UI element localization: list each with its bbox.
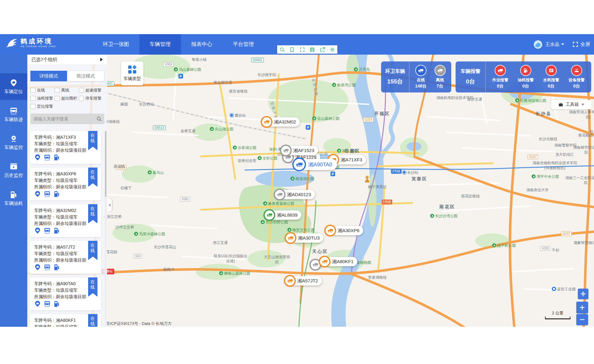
alarm-label: 车辆报警 bbox=[461, 68, 480, 75]
sidebar-item-vehicle-monitor[interactable]: 车辆监控 bbox=[0, 129, 27, 156]
vehicle-card[interactable]: 在线 车牌号码：湘A30XP6 车辆类型：垃圾压缩车 所属组织：厨余垃圾项目部 bbox=[30, 168, 101, 200]
fullscreen-button[interactable]: 全屏 bbox=[572, 41, 590, 48]
road-badge: G107 bbox=[561, 231, 572, 236]
map-label: 莲花镇 bbox=[106, 249, 117, 255]
vehicle-marker[interactable]: 湘AD40123 bbox=[275, 190, 315, 199]
menu-item-vehicle-management[interactable]: 车辆管理 bbox=[139, 34, 181, 55]
settings-gear-icon[interactable] bbox=[328, 45, 338, 54]
locate-vehicle-icon[interactable] bbox=[34, 300, 41, 307]
park-icon bbox=[148, 170, 152, 174]
fuel-vehicle-icon[interactable] bbox=[53, 227, 60, 234]
checkbox-icon[interactable] bbox=[55, 96, 60, 101]
fuel-vehicle-icon[interactable] bbox=[53, 300, 60, 307]
online-truck-icon bbox=[415, 65, 426, 76]
org-selector[interactable]: 已选7个组织 bbox=[27, 55, 107, 65]
track-vehicle-icon[interactable] bbox=[44, 300, 51, 307]
webcam-icon bbox=[10, 135, 18, 143]
toolbox-label: 工具箱 bbox=[566, 102, 579, 107]
park-icon bbox=[261, 220, 265, 224]
filter-parking-alarm[interactable]: 停车报警 bbox=[79, 96, 101, 101]
fuel-vehicle-icon[interactable] bbox=[53, 264, 60, 271]
checkbox-icon[interactable] bbox=[79, 96, 84, 101]
search-input[interactable] bbox=[30, 116, 96, 122]
filter-location-alarm[interactable]: 定位报警 bbox=[30, 104, 53, 109]
sidebar-item-vehicle-track[interactable]: 车辆轨迹 bbox=[0, 101, 27, 128]
locate-vehicle-icon[interactable] bbox=[34, 154, 41, 161]
search-icon[interactable] bbox=[96, 116, 102, 122]
locate-vehicle-icon[interactable] bbox=[34, 227, 41, 234]
user-name[interactable]: 王水晶 bbox=[545, 42, 559, 47]
park-icon bbox=[263, 201, 267, 205]
map-canvas[interactable]: 芙蓉北路 金星北路 雷锋大道 枫林三路 G0401 X069 G0421 X07… bbox=[27, 55, 594, 327]
menu-item-platform-management[interactable]: 平台管理 bbox=[223, 34, 264, 55]
sidebar-item-vehicle-location[interactable]: 车辆定位 bbox=[0, 73, 27, 100]
vehicle-marker[interactable]: 湘A57JT2 bbox=[285, 276, 322, 285]
sidebar-item-fuel-consumption[interactable]: 车辆油耗 bbox=[0, 185, 27, 212]
share-icon[interactable] bbox=[317, 45, 328, 54]
map-label: 大王山旅游度假区 bbox=[264, 255, 290, 264]
menu-item-overview[interactable]: 环卫一张图 bbox=[92, 34, 139, 55]
zoom-search-icon[interactable] bbox=[277, 45, 287, 54]
vehicle-marker[interactable]: 湘AF1523 bbox=[281, 146, 318, 155]
fuel-vehicle-icon[interactable] bbox=[53, 154, 60, 161]
panel-collapse-handle[interactable] bbox=[107, 199, 112, 212]
filter-online[interactable]: 在线 bbox=[30, 88, 45, 93]
menu-item-report-center[interactable]: 报表中心 bbox=[181, 34, 223, 55]
road-badge: G107 bbox=[528, 155, 538, 159]
sidebar-item-history-monitor[interactable]: 历史监控 bbox=[0, 157, 27, 184]
bus-icon bbox=[10, 107, 18, 115]
filter-fuel-alarm[interactable]: 油耗报警 bbox=[30, 96, 53, 101]
vehicle-type-button[interactable]: 车辆类型 bbox=[121, 61, 143, 85]
checkbox-icon[interactable] bbox=[79, 88, 84, 93]
checkbox-icon[interactable] bbox=[30, 88, 35, 93]
locate-vehicle-icon[interactable] bbox=[34, 191, 41, 197]
save-icon[interactable] bbox=[308, 45, 318, 54]
vehicle-marker[interactable]: 湘A30TU3 bbox=[286, 233, 323, 243]
vehicle-marker[interactable]: 湘A32M02 bbox=[262, 117, 300, 127]
filter-speeding-alarm[interactable]: 超速报警 bbox=[79, 88, 101, 93]
zoom-out-button[interactable] bbox=[576, 314, 588, 325]
truck-icon bbox=[280, 145, 292, 156]
chevron-down-icon[interactable] bbox=[561, 43, 564, 45]
toolbox-button[interactable]: 工具箱 bbox=[551, 100, 592, 109]
map-label: 麻园 bbox=[120, 102, 128, 107]
filter-offline[interactable]: 离线 bbox=[55, 88, 69, 93]
map-label: 沙坪立交桥 bbox=[115, 225, 134, 230]
track-vehicle-icon[interactable] bbox=[44, 227, 51, 234]
vehicle-card[interactable]: 在线 车牌号码：湘A57JT2 车辆类型：垃圾压缩车 所属组织：厨余垃圾项目部 bbox=[30, 241, 101, 274]
vehicle-card[interactable]: 在线 车牌号码：湘A80KF1 车辆类型：垃圾压缩车 所属组织：厨余垃圾项目部 bbox=[30, 314, 101, 327]
scale-bar bbox=[545, 317, 570, 319]
track-vehicle-icon[interactable] bbox=[44, 264, 51, 271]
zoom-in-button[interactable] bbox=[576, 302, 588, 313]
park-icon bbox=[290, 177, 295, 181]
checkbox-icon[interactable] bbox=[55, 88, 60, 93]
vehicle-marker[interactable]: 湘A80KF1 bbox=[320, 257, 357, 266]
marker-plate: 湘A30XP6 bbox=[338, 228, 359, 234]
district-label: 岳麓区 bbox=[344, 148, 360, 154]
tab-simple-mode[interactable]: 简洁模式 bbox=[67, 71, 104, 81]
filter-out-of-fence[interactable]: 超出围栏 bbox=[55, 96, 77, 101]
track-vehicle-icon[interactable] bbox=[44, 154, 51, 161]
track-vehicle-icon[interactable] bbox=[44, 191, 51, 197]
metro-line-badge: 1号线 bbox=[382, 200, 392, 204]
vehicle-marker[interactable]: 湘A30XP6 bbox=[325, 226, 363, 235]
expand-right-icon[interactable] bbox=[100, 58, 103, 61]
fuel-vehicle-icon[interactable] bbox=[53, 191, 60, 197]
park-icon bbox=[332, 83, 336, 87]
vehicle-marker-selected[interactable]: 湘A90TA0 bbox=[293, 159, 337, 170]
vehicle-card[interactable]: 在线 车牌号码：湘A71XF3 车辆类型：垃圾压缩车 所属组织：厨余垃圾项目部 bbox=[30, 131, 101, 164]
vehicle-card[interactable]: 在线 车牌号码：湘A90TA0 车辆类型：垃圾压缩车 所属组织：厨余垃圾项目部 bbox=[30, 277, 101, 310]
tab-detail-mode[interactable]: 详情模式 bbox=[30, 71, 67, 81]
map-label: 雨花区枢纽 bbox=[461, 194, 480, 199]
checkbox-icon[interactable] bbox=[30, 104, 35, 109]
vehicle-card[interactable]: 在线 车牌号码：湘A32M02 车辆类型：垃圾压缩车 所属组织：厨余垃圾项目部 bbox=[30, 204, 101, 237]
device-icon[interactable] bbox=[287, 45, 298, 54]
park-icon bbox=[287, 228, 291, 232]
avatar[interactable] bbox=[534, 40, 542, 49]
locate-vehicle-icon[interactable] bbox=[34, 264, 41, 271]
expand-icon[interactable] bbox=[297, 45, 308, 54]
checkbox-icon[interactable] bbox=[30, 96, 35, 101]
list-scrollbar-thumb[interactable] bbox=[105, 131, 106, 197]
vehicle-marker[interactable]: 湘AL8839 bbox=[264, 210, 301, 220]
locate-button[interactable] bbox=[578, 289, 588, 299]
